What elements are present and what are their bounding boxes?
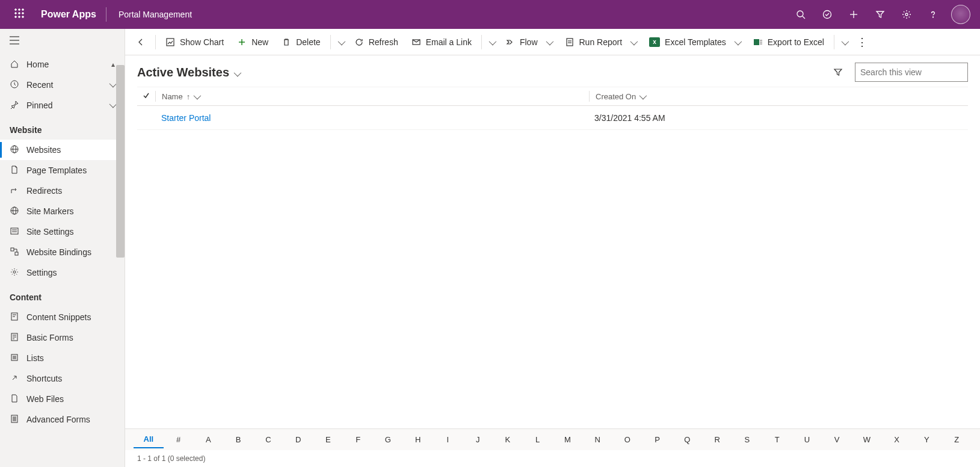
more-commands-button[interactable]: ⋮ [852, 32, 874, 52]
search-field[interactable] [860, 67, 966, 77]
page-icon [10, 165, 19, 176]
table-row[interactable]: Starter Portal 3/31/2021 4:55 AM [137, 106, 968, 130]
column-label: Created On [596, 92, 636, 101]
excel-templates-button[interactable]: xExcel Templates [643, 32, 746, 52]
command-bar: Show Chart New Delete Refresh Email a Li… [125, 29, 980, 55]
alpha-filter-y[interactable]: Y [912, 431, 942, 448]
gear-icon[interactable] [893, 0, 920, 29]
sidebar-item-website-bindings[interactable]: Website Bindings [0, 242, 125, 262]
alpha-filter-all[interactable]: All [134, 431, 164, 448]
alpha-filter-i[interactable]: I [433, 431, 463, 448]
alpha-filter-x[interactable]: X [882, 431, 912, 448]
sidebar-item-web-files[interactable]: Web Files [0, 389, 125, 409]
app-name-label[interactable]: Portal Management [109, 10, 202, 19]
cmd-label: Export to Excel [768, 37, 824, 47]
svg-rect-43 [11, 415, 17, 422]
row-name-link[interactable]: Starter Portal [161, 113, 211, 123]
search-icon[interactable] [787, 0, 814, 29]
globe-icon [10, 145, 19, 155]
svg-rect-29 [11, 248, 14, 251]
export-split-button[interactable] [838, 32, 851, 52]
show-chart-button[interactable]: Show Chart [159, 32, 230, 52]
sidebar-item-settings[interactable]: Settings [0, 262, 125, 283]
search-input[interactable] [855, 63, 968, 82]
flow-button[interactable]: Flow [499, 32, 558, 52]
sidebar-item-advanced-forms[interactable]: Advanced Forms [0, 409, 125, 430]
svg-rect-26 [11, 228, 18, 234]
alpha-filter-c[interactable]: C [253, 431, 283, 448]
svg-point-11 [824, 11, 831, 19]
alpha-filter-l[interactable]: L [523, 431, 553, 448]
sidebar-item-lists[interactable]: Lists [0, 348, 125, 368]
sidebar-item-recent[interactable]: Recent [0, 75, 125, 95]
back-button[interactable] [130, 32, 152, 52]
status-bar: 1 - 1 of 1 (0 selected) [125, 450, 980, 467]
alpha-filter-e[interactable]: E [313, 431, 344, 448]
hamburger-icon[interactable] [0, 29, 125, 54]
sidebar-item-redirects[interactable]: Redirects [0, 181, 125, 201]
alpha-filter-m[interactable]: M [553, 431, 583, 448]
scrollbar-thumb[interactable] [116, 65, 125, 258]
sidebar-item-basic-forms[interactable]: Basic Forms [0, 327, 125, 348]
refresh-button[interactable]: Refresh [348, 32, 404, 52]
alpha-filter-w[interactable]: W [852, 431, 882, 448]
sidebar-item-label: Pinned [26, 101, 53, 110]
alpha-filter-n[interactable]: N [582, 431, 612, 448]
alpha-filter-r[interactable]: R [702, 431, 732, 448]
new-button[interactable]: New [231, 32, 274, 52]
sidebar-item-shortcuts[interactable]: Shortcuts [0, 368, 125, 389]
alpha-filter-q[interactable]: Q [673, 431, 703, 448]
snippet-icon [10, 312, 19, 323]
alpha-filter-h[interactable]: H [403, 431, 433, 448]
sidebar-item-content-snippets[interactable]: Content Snippets [0, 307, 125, 327]
email-link-button[interactable]: Email a Link [405, 32, 478, 52]
email-split-button[interactable] [485, 32, 498, 52]
avatar[interactable] [951, 5, 970, 24]
alpha-filter-a[interactable]: A [194, 431, 224, 448]
filter-button[interactable] [828, 63, 848, 82]
app-launcher-icon[interactable] [5, 8, 34, 20]
add-icon[interactable] [840, 0, 867, 29]
alpha-filter-z[interactable]: Z [941, 431, 972, 448]
alpha-filter-g[interactable]: G [373, 431, 403, 448]
help-icon[interactable] [920, 0, 946, 29]
column-header-name[interactable]: Name ↑ [156, 92, 589, 101]
alpha-filter-k[interactable]: K [493, 431, 523, 448]
cmd-label: New [251, 37, 268, 47]
chevron-down-icon [234, 66, 239, 79]
svg-point-15 [933, 17, 934, 17]
sidebar-item-site-settings[interactable]: Site Settings [0, 221, 125, 242]
task-icon[interactable] [814, 0, 840, 29]
column-header-created[interactable]: Created On [590, 92, 830, 101]
alpha-filter-t[interactable]: T [762, 431, 792, 448]
export-excel-button[interactable]: XExport to Excel [747, 32, 830, 52]
sidebar-item-label: Redirects [26, 186, 62, 196]
select-all-checkbox[interactable] [137, 92, 155, 101]
bindings-icon [10, 247, 19, 258]
alpha-filter-d[interactable]: D [283, 431, 313, 448]
brand-label[interactable]: Power Apps [34, 9, 103, 20]
sidebar-item-page-templates[interactable]: Page Templates [0, 160, 125, 181]
alpha-filter-b[interactable]: B [223, 431, 253, 448]
view-selector[interactable]: Active Websites [137, 66, 239, 79]
alpha-filter-u[interactable]: U [792, 431, 822, 448]
filter-icon[interactable] [867, 0, 893, 29]
sidebar-item-home[interactable]: Home ▴ [0, 54, 125, 75]
svg-point-2 [22, 9, 24, 11]
sidebar-item-websites[interactable]: Websites [0, 140, 125, 160]
column-label: Name [162, 92, 183, 101]
alpha-filter-s[interactable]: S [732, 431, 762, 448]
alpha-filter-#[interactable]: # [164, 431, 194, 448]
alpha-filter-bar: All#ABCDEFGHIJKLMNOPQRSTUVWXYZ [125, 428, 980, 450]
alpha-filter-p[interactable]: P [643, 431, 673, 448]
delete-split-button[interactable] [334, 32, 347, 52]
sidebar-item-site-markers[interactable]: Site Markers [0, 201, 125, 221]
alpha-filter-o[interactable]: O [612, 431, 643, 448]
delete-button[interactable]: Delete [276, 32, 326, 52]
alpha-filter-f[interactable]: F [343, 431, 373, 448]
alpha-filter-v[interactable]: V [822, 431, 852, 448]
sidebar-item-pinned[interactable]: Pinned [0, 95, 125, 116]
sidebar-item-label: Lists [26, 353, 44, 363]
alpha-filter-j[interactable]: J [463, 431, 493, 448]
run-report-button[interactable]: Run Report [559, 32, 643, 52]
